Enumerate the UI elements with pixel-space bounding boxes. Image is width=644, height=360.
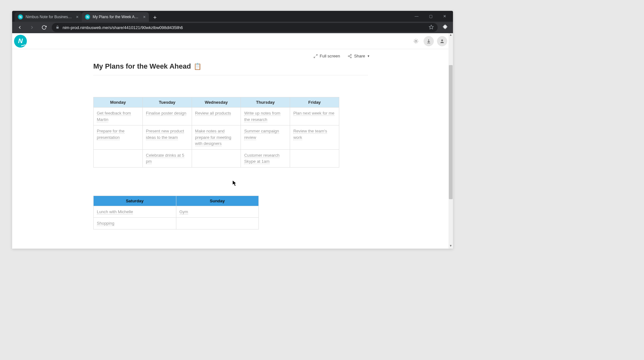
- download-button[interactable]: [424, 36, 434, 46]
- browser-tab-0[interactable]: N Nimbus Note for Business - Org… ×: [15, 12, 82, 22]
- close-tab-icon[interactable]: ×: [143, 14, 146, 19]
- table-row: Lunch with Michelle Gym: [94, 206, 259, 218]
- svg-line-19: [349, 56, 350, 57]
- tab-strip: N Nimbus Note for Business - Org… × N My…: [12, 11, 453, 22]
- minimize-button[interactable]: —: [410, 11, 424, 21]
- task-link[interactable]: Lunch with Michelle: [97, 209, 133, 214]
- task-link[interactable]: Write up notes from the research: [244, 111, 280, 122]
- bookmark-star-icon[interactable]: [429, 25, 434, 31]
- svg-marker-1: [429, 25, 433, 29]
- nimbus-logo[interactable]: N: [14, 35, 27, 48]
- url-text: nim-prod.nimbusweb.me/s/share/4410121/90…: [63, 25, 425, 30]
- close-window-button[interactable]: ✕: [438, 11, 452, 21]
- task-link[interactable]: Shopping: [97, 221, 114, 226]
- profile-button[interactable]: [437, 36, 447, 46]
- svg-line-14: [314, 56, 315, 58]
- clipboard-icon: 📋: [194, 63, 202, 70]
- tab-title: My Plans for the Week Ahead 📋: [93, 15, 141, 19]
- task-link[interactable]: Celebrate drinks at 5 pm: [146, 153, 184, 164]
- col-friday: Friday: [290, 97, 339, 108]
- task-link[interactable]: Summer campaign review: [244, 129, 279, 140]
- browser-tab-1[interactable]: N My Plans for the Week Ahead 📋 ×: [82, 12, 149, 22]
- svg-point-2: [415, 40, 417, 42]
- weekday-table: Monday Tuesday Wednesday Thursday Friday…: [93, 97, 339, 168]
- new-tab-button[interactable]: +: [151, 13, 159, 22]
- task-link[interactable]: Customer research Skype at 1am: [244, 153, 280, 164]
- favicon-icon: N: [85, 14, 90, 19]
- tab-title: Nimbus Note for Business - Org…: [26, 15, 73, 19]
- svg-line-18: [349, 55, 350, 56]
- col-sunday: Sunday: [176, 196, 259, 206]
- chevron-down-icon: ▼: [367, 55, 370, 58]
- theme-toggle-icon[interactable]: [411, 37, 420, 46]
- scroll-thumb[interactable]: [449, 65, 453, 199]
- svg-line-5: [414, 39, 415, 40]
- svg-line-10: [417, 39, 418, 40]
- maximize-button[interactable]: ▢: [424, 11, 438, 21]
- fullscreen-button[interactable]: Full screen: [313, 54, 340, 58]
- svg-rect-0: [57, 27, 59, 28]
- back-button[interactable]: [15, 23, 24, 32]
- page-content: N Full screen Share ▼: [12, 33, 453, 249]
- col-thursday: Thursday: [241, 97, 290, 108]
- fullscreen-label: Full screen: [320, 54, 340, 58]
- doc-actions: Full screen Share ▼: [12, 49, 453, 58]
- task-link[interactable]: Prepare for the presentation: [97, 129, 125, 140]
- col-wednesday: Wednesday: [192, 97, 241, 108]
- col-saturday: Saturday: [94, 196, 176, 206]
- extensions-button[interactable]: [441, 24, 450, 31]
- task-link[interactable]: Gym: [180, 209, 188, 214]
- share-label: Share: [354, 54, 365, 58]
- address-bar[interactable]: nim-prod.nimbusweb.me/s/share/4410121/90…: [52, 23, 438, 32]
- share-button[interactable]: Share ▼: [348, 54, 370, 58]
- scroll-up-icon[interactable]: ▲: [448, 33, 453, 38]
- task-link[interactable]: Make notes and prepare for meeting with …: [195, 129, 231, 146]
- table-row: Get feedback from Martin Finalise poster…: [94, 108, 339, 125]
- svg-point-15: [350, 54, 352, 56]
- forward-button[interactable]: [27, 23, 36, 32]
- scroll-down-icon[interactable]: ▼: [448, 244, 453, 249]
- header-actions: [411, 36, 447, 46]
- browser-toolbar: nim-prod.nimbusweb.me/s/share/4410121/90…: [12, 22, 453, 33]
- task-link[interactable]: Review the team's work: [293, 129, 327, 140]
- document: My Plans for the Week Ahead 📋 Monday Tue…: [93, 62, 368, 229]
- table-row: Prepare for the presentation Present new…: [94, 125, 339, 150]
- svg-point-12: [441, 39, 443, 41]
- table-row: Celebrate drinks at 5 pm Customer resear…: [94, 149, 339, 167]
- task-link[interactable]: Present new product ideas to the team: [146, 129, 184, 140]
- window-controls: — ▢ ✕: [410, 11, 452, 22]
- title-text: My Plans for the Week Ahead: [93, 62, 191, 71]
- page-title: My Plans for the Week Ahead 📋: [93, 62, 368, 75]
- close-tab-icon[interactable]: ×: [76, 14, 79, 19]
- favicon-icon: N: [18, 14, 23, 19]
- browser-window: N Nimbus Note for Business - Org… × N My…: [12, 11, 453, 249]
- svg-line-13: [316, 54, 317, 56]
- reload-button[interactable]: [40, 23, 49, 32]
- svg-line-6: [417, 42, 418, 43]
- task-link[interactable]: Get feedback from Martin: [97, 111, 131, 122]
- col-tuesday: Tuesday: [142, 97, 192, 108]
- svg-line-9: [414, 42, 415, 43]
- task-link[interactable]: Review all products: [195, 111, 231, 116]
- col-monday: Monday: [94, 97, 143, 108]
- vertical-scrollbar[interactable]: ▲ ▼: [448, 33, 453, 249]
- app-header: N: [12, 33, 453, 49]
- task-link[interactable]: Finalise poster design: [146, 111, 186, 116]
- task-link[interactable]: Plan next week for me: [293, 111, 334, 116]
- table-row: Shopping: [94, 218, 259, 229]
- svg-point-16: [348, 56, 349, 57]
- lock-icon: [56, 25, 59, 30]
- svg-point-17: [350, 57, 352, 58]
- weekend-table: Saturday Sunday Lunch with Michelle Gym …: [93, 196, 259, 229]
